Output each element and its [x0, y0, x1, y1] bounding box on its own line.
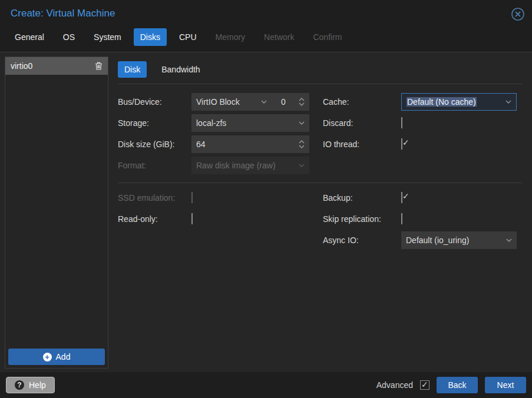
async-io-label: Async IO: — [323, 236, 401, 245]
format-select: Raw disk image (raw) — [191, 157, 309, 174]
row-ssd-backup: SSD emulation: Backup: — [118, 189, 523, 207]
next-button[interactable]: Next — [485, 377, 526, 393]
storage-value: local-zfs — [196, 118, 226, 128]
read-only-label: Read-only: — [118, 214, 191, 224]
cache-label: Cache: — [323, 97, 401, 107]
chevron-down-icon — [505, 100, 511, 104]
dialog-title: Create: Virtual Machine — [11, 8, 115, 19]
disk-list-panel: virtio0 + Add — [5, 57, 108, 369]
wizard-tabbar: General OS System Disks CPU Memory Netwo… — [8, 28, 348, 46]
backup-checkbox[interactable] — [401, 192, 402, 203]
row-readonly-skip: Read-only: Skip replication: — [118, 210, 523, 228]
ssd-emulation-label: SSD emulation: — [118, 193, 191, 203]
tab-os[interactable]: OS — [57, 28, 81, 46]
close-icon — [511, 7, 525, 21]
device-number-stepper[interactable]: 0 — [269, 97, 309, 107]
cache-value: Default (No cache) — [407, 97, 477, 107]
trash-icon[interactable] — [95, 62, 103, 70]
row-bus-cache: Bus/Device: VirtIO Block 0 Cache: Defaul… — [118, 93, 523, 111]
separator — [118, 84, 523, 84]
tab-network: Network — [257, 28, 300, 46]
format-value: Raw disk image (raw) — [196, 161, 276, 170]
spinner-icon[interactable] — [299, 97, 305, 107]
footer-actions: Advanced Back Next — [376, 377, 526, 393]
read-only-checkbox[interactable] — [191, 213, 193, 224]
row-size-iothread: Disk size (GiB): 64 IO thread: — [118, 135, 523, 153]
io-thread-label: IO thread: — [323, 140, 401, 149]
bus-select[interactable]: VirtIO Block — [191, 97, 269, 107]
plus-icon: + — [43, 353, 52, 361]
async-io-value: Default (io_uring) — [406, 236, 469, 245]
row-format: Format: Raw disk image (raw) — [118, 157, 523, 174]
disk-form: Disk Bandwidth Bus/Device: VirtIO Block … — [118, 57, 523, 369]
disk-size-label: Disk size (GiB): — [118, 140, 191, 149]
skip-replication-checkbox[interactable] — [401, 213, 402, 224]
chevron-down-icon — [261, 100, 267, 104]
device-number-value: 0 — [281, 97, 286, 107]
io-thread-checkbox[interactable] — [401, 138, 402, 150]
dialog-header: Create: Virtual Machine General OS Syste… — [0, 0, 532, 52]
add-disk-button[interactable]: + Add — [8, 349, 105, 365]
discard-label: Discard: — [323, 118, 401, 128]
storage-select[interactable]: local-zfs — [191, 114, 309, 132]
dialog-footer: ? Help Advanced Back Next — [0, 372, 532, 398]
question-icon: ? — [15, 380, 24, 390]
tab-system[interactable]: System — [87, 28, 128, 46]
format-label: Format: — [118, 161, 191, 170]
row-storage-discard: Storage: local-zfs Discard: — [118, 114, 523, 132]
cache-select[interactable]: Default (No cache) — [401, 93, 517, 111]
storage-label: Storage: — [118, 118, 191, 128]
help-button-label: Help — [29, 380, 46, 390]
tab-confirm: Confirm — [306, 28, 348, 46]
chevron-down-icon — [299, 164, 305, 167]
help-button[interactable]: ? Help — [6, 377, 55, 393]
separator — [118, 183, 523, 183]
bus-device-field[interactable]: VirtIO Block 0 — [191, 93, 309, 111]
disk-item-label: virtio0 — [11, 61, 32, 71]
tab-disks[interactable]: Disks — [134, 28, 167, 46]
discard-checkbox[interactable] — [401, 117, 402, 128]
ssd-emulation-checkbox — [191, 192, 193, 203]
subtab-bandwidth[interactable]: Bandwidth — [155, 61, 206, 78]
close-button[interactable] — [511, 7, 525, 21]
advanced-checkbox[interactable] — [420, 380, 429, 390]
tab-general[interactable]: General — [8, 28, 51, 46]
disk-list-item-virtio0[interactable]: virtio0 — [5, 57, 108, 75]
tab-memory: Memory — [209, 28, 252, 46]
back-button[interactable]: Back — [437, 377, 478, 393]
row-async-io: Async IO: Default (io_uring) — [118, 231, 523, 249]
disk-size-stepper[interactable]: 64 — [191, 135, 309, 153]
bus-device-label: Bus/Device: — [118, 97, 191, 107]
disk-size-value: 64 — [196, 140, 206, 149]
chevron-down-icon — [506, 238, 512, 242]
skip-replication-label: Skip replication: — [323, 214, 401, 224]
create-vm-dialog: Create: Virtual Machine General OS Syste… — [0, 0, 532, 398]
disk-subtabs: Disk Bandwidth — [118, 61, 207, 78]
add-button-label: Add — [56, 352, 71, 361]
tab-cpu[interactable]: CPU — [173, 28, 203, 46]
async-io-select[interactable]: Default (io_uring) — [401, 231, 517, 249]
bus-value: VirtIO Block — [196, 97, 240, 107]
advanced-label: Advanced — [376, 380, 413, 390]
spinner-icon[interactable] — [299, 140, 305, 149]
subtab-disk[interactable]: Disk — [118, 61, 147, 78]
chevron-down-icon — [299, 121, 305, 125]
backup-label: Backup: — [323, 193, 401, 203]
